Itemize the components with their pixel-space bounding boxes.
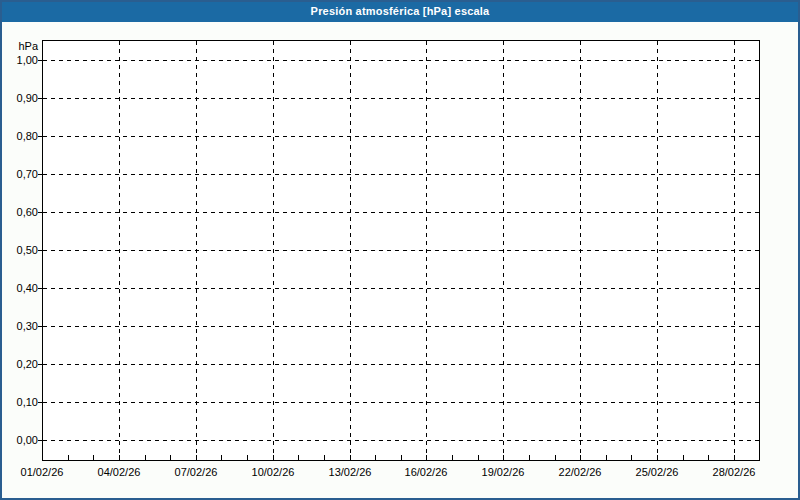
x-axis-tick — [375, 455, 376, 460]
x-axis-tick — [657, 455, 658, 460]
x-axis-tick — [555, 455, 556, 460]
x-tick-label: 22/02/26 — [548, 466, 612, 479]
v-gridline — [657, 41, 658, 460]
x-axis-tick — [529, 455, 530, 460]
x-axis-tick — [273, 455, 274, 460]
y-axis-tick — [38, 402, 42, 403]
y-axis-tick — [38, 326, 42, 327]
y-axis-tick — [38, 174, 42, 175]
y-tick-label: 0,40 — [0, 282, 38, 295]
v-gridline — [119, 41, 120, 460]
x-axis-tick — [324, 455, 325, 460]
y-axis-tick — [38, 364, 42, 365]
h-gridline — [43, 174, 759, 175]
h-gridline — [43, 212, 759, 213]
x-axis-tick — [119, 455, 120, 460]
x-axis-tick — [170, 455, 171, 460]
h-gridline — [43, 364, 759, 365]
v-gridline — [196, 41, 197, 460]
v-gridline — [734, 41, 735, 460]
x-axis-tick — [683, 455, 684, 460]
y-axis-tick — [38, 440, 42, 441]
v-gridline — [503, 41, 504, 460]
y-axis-tick — [38, 60, 42, 61]
v-gridline — [426, 41, 427, 460]
x-axis-tick — [247, 455, 248, 460]
v-gridline — [273, 41, 274, 460]
x-axis-tick — [478, 455, 479, 460]
x-tick-label: 19/02/26 — [471, 466, 535, 479]
y-tick-label: 0,90 — [0, 92, 38, 105]
y-tick-label: 0,00 — [0, 434, 38, 447]
h-gridline — [43, 98, 759, 99]
y-tick-label: 0,80 — [0, 130, 38, 143]
y-axis-unit-label: hPa — [0, 40, 38, 53]
y-tick-label: 0,30 — [0, 320, 38, 333]
y-axis-tick — [38, 288, 42, 289]
y-axis-tick — [38, 250, 42, 251]
h-gridline — [43, 60, 759, 61]
x-tick-label: 01/02/26 — [10, 466, 74, 479]
y-axis-tick — [38, 212, 42, 213]
h-gridline — [43, 288, 759, 289]
h-gridline — [43, 402, 759, 403]
x-axis-tick — [93, 455, 94, 460]
h-gridline — [43, 440, 759, 441]
x-axis-tick — [452, 455, 453, 460]
x-tick-label: 10/02/26 — [241, 466, 305, 479]
x-tick-label: 07/02/26 — [164, 466, 228, 479]
y-axis-tick — [38, 98, 42, 99]
x-tick-label: 13/02/26 — [318, 466, 382, 479]
y-axis-tick — [38, 136, 42, 137]
y-tick-label: 1,00 — [0, 54, 38, 67]
x-tick-label: 16/02/26 — [394, 466, 458, 479]
y-tick-label: 0,20 — [0, 358, 38, 371]
y-tick-label: 0,60 — [0, 206, 38, 219]
x-axis-tick — [68, 455, 69, 460]
y-tick-label: 0,70 — [0, 168, 38, 181]
chart-title-bar: Presión atmosférica [hPa] escala — [0, 0, 800, 22]
x-axis-tick — [606, 455, 607, 460]
x-axis-tick — [401, 455, 402, 460]
h-gridline — [43, 326, 759, 327]
x-axis-tick — [145, 455, 146, 460]
x-axis-tick — [196, 455, 197, 460]
x-axis-tick — [708, 455, 709, 460]
x-axis-tick — [580, 455, 581, 460]
y-tick-label: 0,50 — [0, 244, 38, 257]
x-axis-tick — [221, 455, 222, 460]
v-gridline — [580, 41, 581, 460]
chart-window: Presión atmosférica [hPa] escala hPa 1,0… — [0, 0, 800, 500]
x-axis-tick — [298, 455, 299, 460]
y-tick-label: 0,10 — [0, 396, 38, 409]
x-axis-tick — [734, 455, 735, 460]
h-gridline — [43, 250, 759, 251]
x-axis-tick — [350, 455, 351, 460]
x-tick-label: 25/02/26 — [625, 466, 689, 479]
x-axis-tick — [631, 455, 632, 460]
x-tick-label: 28/02/26 — [702, 466, 766, 479]
x-tick-label: 04/02/26 — [87, 466, 151, 479]
x-axis-tick — [503, 455, 504, 460]
v-gridline — [350, 41, 351, 460]
chart-title: Presión atmosférica [hPa] escala — [311, 5, 490, 17]
h-gridline — [43, 136, 759, 137]
x-axis-tick — [426, 455, 427, 460]
